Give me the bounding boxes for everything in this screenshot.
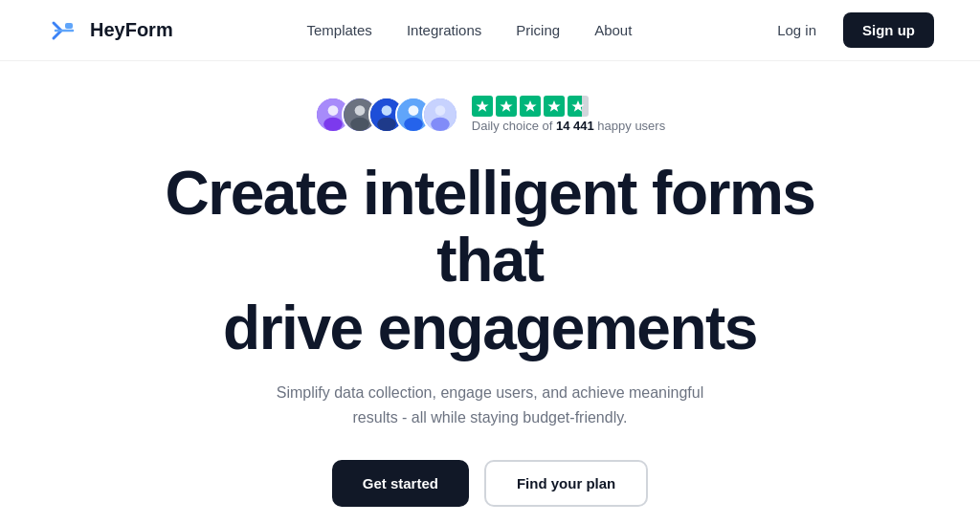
stars-row — [472, 96, 589, 117]
star-1 — [472, 96, 493, 117]
login-button[interactable]: Log in — [766, 14, 828, 46]
nav-link-templates[interactable]: Templates — [307, 22, 372, 38]
hero-headline: Create intelligent forms that drive enga… — [131, 160, 849, 361]
nav-links: Templates Integrations Pricing About — [307, 22, 633, 38]
svg-rect-1 — [65, 23, 73, 29]
svg-point-16 — [431, 117, 450, 130]
svg-marker-21 — [571, 100, 584, 112]
cta-buttons: Get started Find your plan — [332, 460, 649, 507]
star-5-half — [568, 96, 589, 117]
svg-marker-19 — [523, 100, 536, 112]
find-plan-button[interactable]: Find your plan — [484, 460, 648, 507]
logo[interactable]: HeyForm — [46, 13, 173, 48]
trust-text: Daily choice of 14 441 happy users — [472, 119, 665, 133]
svg-point-4 — [323, 117, 343, 130]
svg-point-9 — [381, 105, 391, 116]
star-3 — [520, 96, 541, 117]
logo-icon — [46, 13, 80, 48]
svg-point-12 — [408, 105, 418, 116]
navbar: HeyForm Templates Integrations Pricing A… — [0, 0, 980, 61]
trust-row: Daily choice of 14 441 happy users — [315, 96, 665, 133]
svg-marker-17 — [476, 100, 488, 112]
svg-point-3 — [327, 105, 338, 116]
signup-button[interactable]: Sign up — [843, 12, 934, 48]
hero-section: Daily choice of 14 441 happy users Creat… — [0, 61, 980, 524]
nav-link-integrations[interactable]: Integrations — [407, 22, 481, 38]
logo-text: HeyForm — [90, 19, 173, 41]
svg-point-10 — [377, 117, 396, 130]
svg-point-13 — [404, 117, 423, 130]
nav-link-pricing[interactable]: Pricing — [516, 22, 560, 38]
nav-actions: Log in Sign up — [766, 12, 934, 48]
svg-point-15 — [434, 105, 445, 116]
user-count: 14 441 — [556, 119, 594, 133]
user-avatars — [315, 97, 458, 133]
star-2 — [496, 96, 517, 117]
star-4 — [544, 96, 565, 117]
hero-subheadline: Simplify data collection, engage users, … — [260, 381, 720, 429]
svg-point-6 — [354, 105, 365, 116]
svg-marker-20 — [547, 100, 560, 112]
get-started-button[interactable]: Get started — [332, 460, 469, 507]
svg-point-7 — [350, 117, 369, 130]
nav-link-about[interactable]: About — [594, 22, 632, 38]
svg-marker-18 — [500, 100, 512, 112]
avatar-5 — [422, 97, 458, 133]
trust-info: Daily choice of 14 441 happy users — [472, 96, 665, 133]
